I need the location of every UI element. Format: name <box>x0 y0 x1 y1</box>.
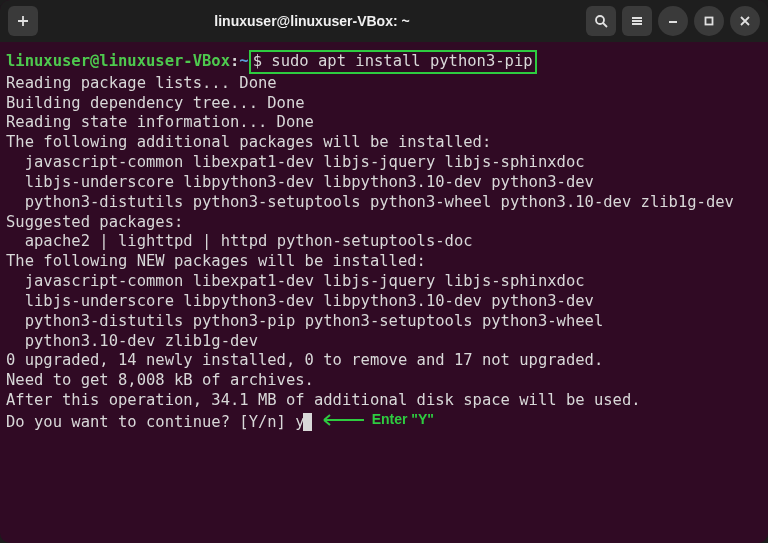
annotation: Enter "Y" <box>320 411 434 429</box>
hamburger-icon <box>630 14 644 28</box>
output-line: javascript-common libexpat1-dev libjs-jq… <box>6 153 762 173</box>
output-line: apache2 | lighttpd | httpd python-setupt… <box>6 232 762 252</box>
svg-rect-1 <box>706 18 713 25</box>
continue-prompt-text: Do you want to continue? [Y/n] <box>6 413 295 431</box>
prompt-path: ~ <box>239 52 248 70</box>
output-line: python3-distutils python3-setuptools pyt… <box>6 193 762 213</box>
cursor <box>303 413 312 431</box>
output-line: python3-distutils python3-pip python3-se… <box>6 312 762 332</box>
maximize-button[interactable] <box>694 6 724 36</box>
terminal-window: linuxuser@linuxuser-VBox: ~ linuxuser@li… <box>0 0 768 543</box>
titlebar: linuxuser@linuxuser-VBox: ~ <box>0 0 768 42</box>
annotation-text: Enter "Y" <box>372 411 434 429</box>
arrow-left-icon <box>320 413 364 427</box>
command-highlight: $ sudo apt install python3-pip <box>249 50 537 74</box>
output-line: python3.10-dev zlib1g-dev <box>6 332 762 352</box>
prompt-colon: : <box>230 52 239 70</box>
minimize-button[interactable] <box>658 6 688 36</box>
close-button[interactable] <box>730 6 760 36</box>
prompt-user-host: linuxuser@linuxuser-VBox <box>6 52 230 70</box>
prompt-line: linuxuser@linuxuser-VBox:~$ sudo apt ins… <box>6 50 762 74</box>
terminal-body[interactable]: linuxuser@linuxuser-VBox:~$ sudo apt ins… <box>0 42 768 441</box>
output-line: The following additional packages will b… <box>6 133 762 153</box>
close-icon <box>738 14 752 28</box>
output-line: After this operation, 34.1 MB of additio… <box>6 391 762 411</box>
maximize-icon <box>702 14 716 28</box>
search-icon <box>594 14 608 28</box>
minimize-icon <box>666 14 680 28</box>
output-line: 0 upgraded, 14 newly installed, 0 to rem… <box>6 351 762 371</box>
output-line: libjs-underscore libpython3-dev libpytho… <box>6 292 762 312</box>
hamburger-menu-button[interactable] <box>622 6 652 36</box>
output-line: javascript-common libexpat1-dev libjs-jq… <box>6 272 762 292</box>
svg-point-0 <box>596 16 604 24</box>
output-line: libjs-underscore libpython3-dev libpytho… <box>6 173 762 193</box>
output-line: Reading package lists... Done <box>6 74 762 94</box>
command-text: $ sudo apt install python3-pip <box>253 52 533 70</box>
output-line: Reading state information... Done <box>6 113 762 133</box>
window-title: linuxuser@linuxuser-VBox: ~ <box>42 13 582 29</box>
output-line: The following NEW packages will be insta… <box>6 252 762 272</box>
output-line: Building dependency tree... Done <box>6 94 762 114</box>
output-line: Need to get 8,008 kB of archives. <box>6 371 762 391</box>
output-line: Suggested packages: <box>6 213 762 233</box>
continue-prompt-line: Do you want to continue? [Y/n] yEnter "Y… <box>6 411 762 433</box>
new-tab-button[interactable] <box>8 6 38 36</box>
search-button[interactable] <box>586 6 616 36</box>
plus-icon <box>16 14 30 28</box>
